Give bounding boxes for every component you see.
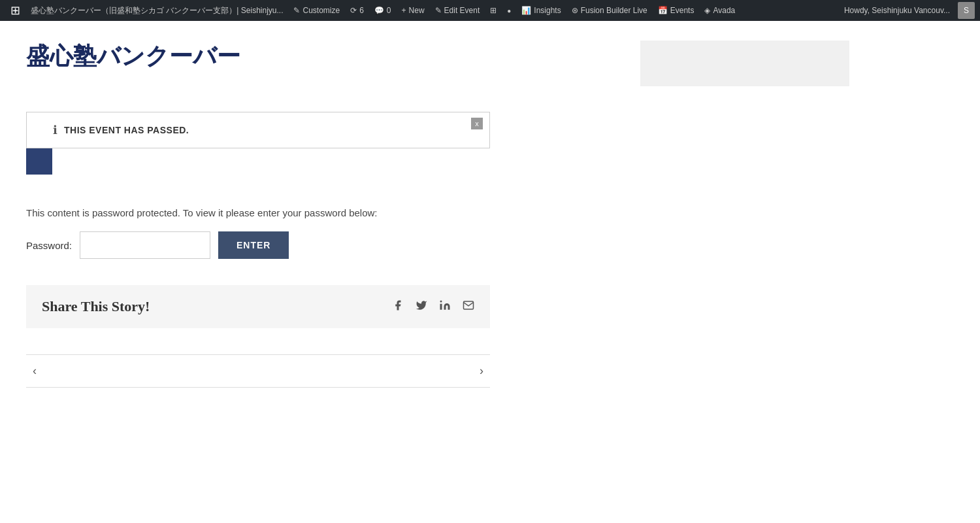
admin-bar: ⊞ 盛心塾バンクーバー（旧盛和塾シカゴ バンクーバー支部）| Seishinjy…	[0, 0, 980, 21]
comments-count: 0	[387, 6, 391, 15]
events-link[interactable]: 📅 Events	[653, 0, 700, 21]
twitter-share-button[interactable]	[416, 299, 427, 314]
share-icons	[392, 299, 474, 314]
share-section: Share This Story!	[26, 285, 490, 328]
password-label: Password:	[26, 240, 72, 251]
fusion-label: Fusion Builder Live	[581, 6, 647, 15]
email-share-button[interactable]	[463, 299, 474, 314]
wp-icon2[interactable]: ⊞	[485, 0, 502, 21]
avatar[interactable]: S	[958, 2, 975, 19]
facebook-share-button[interactable]	[392, 299, 404, 314]
password-section: This content is password protected. To v…	[26, 207, 601, 259]
fusion-builder-link[interactable]: ⊛ Fusion Builder Live	[566, 0, 653, 21]
share-title: Share This Story!	[42, 298, 150, 315]
prev-post-link[interactable]: ‹	[26, 364, 43, 378]
page-wrapper: 盛心塾バンクーバー x ℹ THIS EVENT HAS PASSED. Thi…	[0, 21, 980, 407]
updates-count: 6	[359, 6, 364, 15]
updates-icon: ⟳	[350, 6, 357, 15]
info-icon: ℹ	[53, 123, 57, 137]
wp-logo[interactable]: ⊞	[5, 0, 25, 21]
blue-block	[26, 148, 52, 175]
dot-icon: ●	[507, 7, 511, 14]
main-content: 盛心塾バンクーバー x ℹ THIS EVENT HAS PASSED. Thi…	[0, 21, 627, 407]
customize-link[interactable]: ✎ Customize	[288, 0, 345, 21]
fusion-icon: ⊛	[572, 6, 578, 15]
dot-icon-link[interactable]: ●	[502, 0, 516, 21]
new-label: New	[409, 6, 425, 15]
site-title: 盛心塾バンクーバー	[26, 41, 601, 73]
pencil-icon: ✎	[293, 6, 300, 15]
password-description: This content is password protected. To v…	[26, 207, 601, 218]
wp-icon: ⊞	[10, 3, 20, 18]
customize-label: Customize	[302, 6, 340, 15]
howdy-text: Howdy, Seishinjuku Vancouv...	[839, 6, 955, 15]
event-notice: x ℹ THIS EVENT HAS PASSED.	[26, 112, 490, 148]
updates-link[interactable]: ⟳ 6	[345, 0, 369, 21]
linkedin-share-button[interactable]	[439, 299, 451, 314]
avada-link[interactable]: ◈ Avada	[699, 0, 740, 21]
wp-icon2-icon: ⊞	[490, 6, 497, 15]
notice-close-button[interactable]: x	[471, 118, 483, 129]
insights-icon: 📊	[521, 6, 531, 15]
svg-point-0	[440, 300, 442, 302]
insights-label: Insights	[534, 6, 561, 15]
adminbar-right: Howdy, Seishinjuku Vancouv... S	[839, 2, 975, 19]
next-post-link[interactable]: ›	[473, 364, 490, 378]
new-link[interactable]: + New	[397, 0, 430, 21]
avada-label: Avada	[713, 6, 735, 15]
avada-icon: ◈	[704, 6, 710, 15]
post-navigation: ‹ ›	[26, 354, 490, 388]
comments-link[interactable]: 💬 0	[369, 0, 397, 21]
site-name-text: 盛心塾バンクーバー（旧盛和塾シカゴ バンクーバー支部）| Seishinjyu.…	[31, 5, 283, 16]
site-name-link[interactable]: 盛心塾バンクーバー（旧盛和塾シカゴ バンクーバー支部）| Seishinjyu.…	[25, 0, 288, 21]
insights-link[interactable]: 📊 Insights	[516, 0, 566, 21]
plus-icon: +	[402, 6, 406, 15]
enter-button[interactable]: ENTER	[218, 231, 289, 259]
notice-text: THIS EVENT HAS PASSED.	[64, 125, 189, 135]
calendar-icon: 📅	[658, 6, 668, 15]
comments-icon: 💬	[374, 6, 384, 15]
edit-icon: ✎	[435, 6, 442, 15]
edit-event-link[interactable]: ✎ Edit Event	[430, 0, 485, 21]
password-input[interactable]	[80, 231, 210, 259]
password-form: Password: ENTER	[26, 231, 601, 259]
avatar-initial: S	[964, 6, 969, 15]
events-label: Events	[670, 6, 694, 15]
edit-event-label: Edit Event	[444, 6, 480, 15]
sidebar	[627, 27, 862, 407]
sidebar-widget	[640, 41, 849, 86]
